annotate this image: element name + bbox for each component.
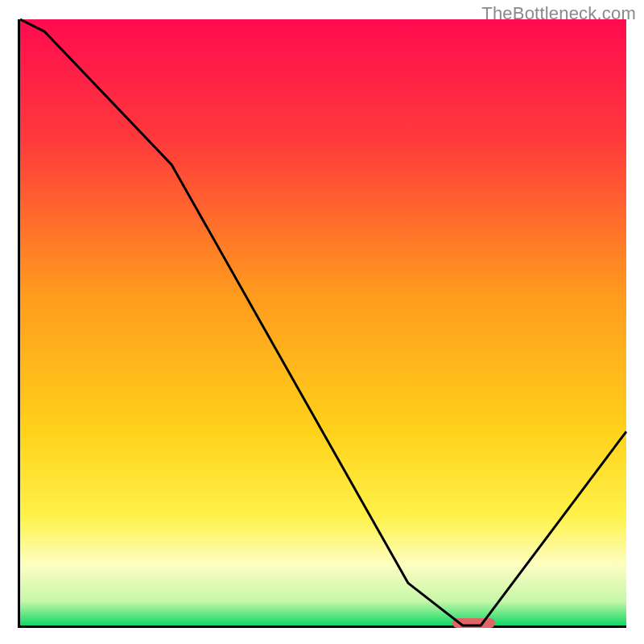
plot-area	[18, 19, 626, 628]
bottleneck-curve	[20, 19, 626, 625]
chart-container: { "watermark": "TheBottleneck.com", "cha…	[0, 0, 644, 644]
